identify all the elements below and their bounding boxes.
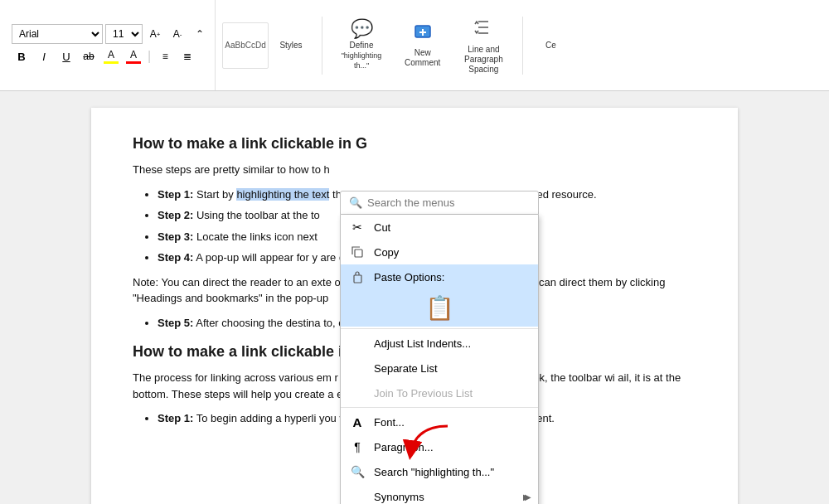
- paste-options-icon: [349, 269, 366, 285]
- new-comment-label: NewComment: [405, 48, 440, 68]
- svg-rect-7: [354, 275, 361, 283]
- styles-preview[interactable]: AaBbCcDd: [222, 22, 269, 69]
- menu-label-separate: Separate List: [374, 362, 438, 375]
- menu-label-cut: Cut: [374, 221, 390, 234]
- font-group: Arial 11 A+ A- ⌃ B I U ab A A: [7, 0, 216, 90]
- highlight-color-btn[interactable]: A: [101, 46, 121, 66]
- line-spacing-label: Line and Paragraph Spacing: [458, 45, 508, 75]
- styles-group: AaBbCcDd Styles: [219, 0, 315, 90]
- font-row2: B I U ab A A | ≡ ≣: [12, 46, 210, 66]
- doc-intro1: These steps are pretty similar to how to…: [133, 162, 696, 178]
- new-comment-btn[interactable]: NewComment: [397, 17, 448, 75]
- menu-item-join-prev: Join To Previous List: [341, 380, 538, 405]
- menu-item-paste-options[interactable]: Paste Options:: [341, 264, 538, 289]
- menu-item-cut[interactable]: ✂ Cut: [341, 215, 538, 240]
- search-menu-icon: 🔍: [349, 463, 366, 480]
- menu-item-copy[interactable]: Copy: [341, 240, 538, 264]
- menu-item-adjust-list[interactable]: Adjust List Indents...: [341, 331, 538, 356]
- font-family-select[interactable]: Arial: [12, 24, 103, 44]
- menu-item-synonyms[interactable]: Synonyms ▶: [341, 484, 538, 504]
- italic-btn[interactable]: I: [34, 46, 54, 66]
- join-prev-icon: [349, 385, 366, 401]
- separate-list-icon: [349, 360, 366, 376]
- font-color-btn[interactable]: A: [124, 46, 143, 66]
- svg-rect-6: [355, 250, 362, 257]
- divider1: [322, 17, 322, 75]
- paste-icon-row[interactable]: 📋: [341, 289, 538, 327]
- paste-large-icon: 📋: [425, 294, 454, 322]
- search-icon: 🔍: [349, 196, 362, 209]
- context-menu-search-bar[interactable]: 🔍: [340, 191, 539, 215]
- line-spacing-btn[interactable]: Line and Paragraph Spacing: [451, 17, 516, 75]
- menu-label-adjust: Adjust List Indents...: [374, 337, 471, 350]
- bold-btn[interactable]: B: [12, 46, 32, 66]
- font-controls: Arial 11 A+ A- ⌃ B I U ab A A: [12, 24, 210, 66]
- line-spacing-icon: [472, 16, 495, 42]
- increase-font-btn[interactable]: A+: [145, 24, 165, 44]
- highlighted-text: highlighting the text: [236, 188, 329, 201]
- copy-icon: [349, 244, 366, 260]
- paragraph-icon: ¶: [349, 439, 366, 455]
- separator1: [341, 328, 538, 329]
- ce-label: Ce: [545, 41, 556, 51]
- styles-btn[interactable]: Styles: [270, 17, 312, 75]
- define-icon: 💬: [351, 20, 373, 38]
- font-style-btn[interactable]: ⌃: [190, 24, 210, 44]
- font-row1: Arial 11 A+ A- ⌃: [12, 24, 210, 44]
- synonyms-arrow: ▶: [523, 492, 530, 502]
- search-input[interactable]: [367, 196, 530, 209]
- strikethrough-btn[interactable]: ab: [79, 46, 99, 66]
- cut-icon: ✂: [349, 219, 366, 235]
- ce-btn[interactable]: Ce: [530, 17, 571, 75]
- new-comment-icon: [413, 22, 433, 46]
- menu-item-separate-list[interactable]: Separate List: [341, 356, 538, 380]
- underline-btn[interactable]: U: [56, 46, 76, 66]
- font-size-select[interactable]: 11: [105, 24, 143, 44]
- menu-label-join: Join To Previous List: [374, 387, 473, 400]
- menu-label-copy: Copy: [374, 246, 399, 259]
- document-area: How to make a link clickable in G These …: [0, 91, 829, 504]
- divider2: [522, 17, 523, 75]
- bullets-btn[interactable]: ≡: [155, 46, 175, 66]
- menu-label-synonyms: Synonyms: [374, 491, 424, 503]
- separator2: [341, 407, 538, 408]
- styles-label: Styles: [279, 41, 302, 51]
- decrease-font-btn[interactable]: A-: [167, 24, 187, 44]
- ribbon: Arial 11 A+ A- ⌃ B I U ab A A: [0, 0, 829, 91]
- doc-heading1: How to make a link clickable in G: [133, 133, 696, 155]
- numbering-btn[interactable]: ≣: [177, 46, 197, 66]
- synonyms-icon: [349, 488, 366, 504]
- adjust-list-icon: [349, 335, 366, 351]
- red-arrow-annotation: [398, 418, 464, 471]
- define-label: Define"highlighting th...": [337, 41, 386, 70]
- define-btn[interactable]: 💬 Define"highlighting th...": [329, 17, 394, 75]
- font-menu-icon: A: [349, 414, 366, 430]
- menu-label-paste: Paste Options:: [374, 271, 444, 284]
